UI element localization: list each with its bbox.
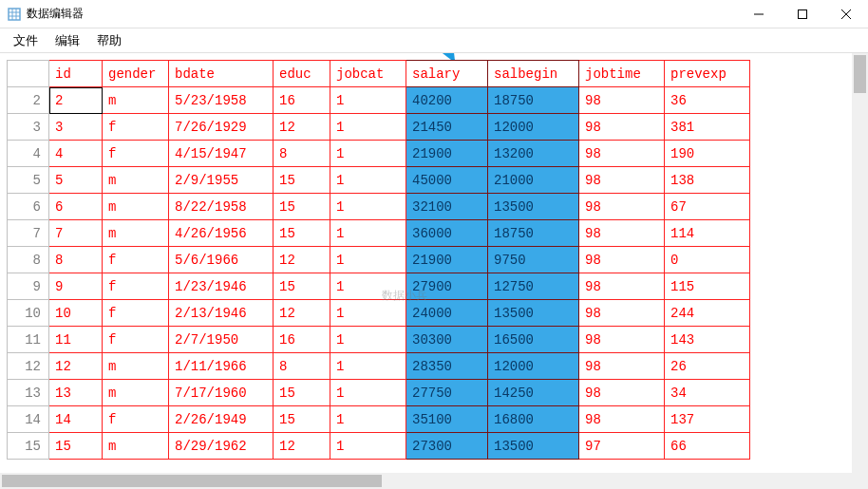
cell-bdate[interactable]: 5/6/1966 — [169, 247, 274, 273]
cell-educ[interactable]: 15 — [274, 406, 330, 433]
cell-id[interactable]: 9 — [49, 273, 103, 300]
cell-jobcat[interactable]: 1 — [330, 380, 406, 406]
cell-jobtime[interactable]: 98 — [579, 327, 665, 353]
cell-educ[interactable]: 12 — [274, 300, 330, 327]
cell-jobcat[interactable]: 1 — [330, 220, 406, 247]
cell-jobtime[interactable]: 98 — [579, 114, 665, 141]
row-number[interactable]: 8 — [8, 247, 49, 273]
cell-salary[interactable]: 32100 — [406, 194, 488, 220]
row-number[interactable]: 12 — [8, 353, 49, 380]
cell-salary[interactable]: 27300 — [406, 433, 488, 460]
cell-jobtime[interactable]: 98 — [579, 406, 665, 433]
cell-jobcat[interactable]: 1 — [330, 406, 406, 433]
cell-jobtime[interactable]: 98 — [579, 220, 665, 247]
cell-bdate[interactable]: 1/11/1966 — [169, 353, 274, 380]
cell-jobcat[interactable]: 1 — [330, 141, 406, 167]
cell-prevexp[interactable]: 114 — [665, 220, 750, 247]
cell-gender[interactable]: f — [103, 327, 169, 353]
cell-salbegin[interactable]: 9750 — [488, 247, 579, 273]
cell-jobcat[interactable]: 1 — [330, 433, 406, 460]
cell-jobcat[interactable]: 1 — [330, 353, 406, 380]
cell-jobtime[interactable]: 98 — [579, 87, 665, 114]
cell-educ[interactable]: 16 — [274, 327, 330, 353]
menu-file[interactable]: 文件 — [13, 32, 38, 49]
cell-id[interactable]: 12 — [49, 353, 103, 380]
cell-jobtime[interactable]: 98 — [579, 167, 665, 194]
cell-id[interactable]: 3 — [49, 114, 103, 141]
cell-salary[interactable]: 28350 — [406, 353, 488, 380]
cell-salary[interactable]: 27750 — [406, 380, 488, 406]
cell-educ[interactable]: 12 — [274, 114, 330, 141]
cell-gender[interactable]: f — [103, 406, 169, 433]
column-header-id[interactable]: id — [49, 61, 103, 87]
cell-jobtime[interactable]: 98 — [579, 380, 665, 406]
cell-salary[interactable]: 36000 — [406, 220, 488, 247]
cell-prevexp[interactable]: 0 — [665, 247, 750, 273]
maximize-button[interactable] — [781, 0, 824, 28]
column-header-jobcat[interactable]: jobcat — [330, 61, 406, 87]
cell-bdate[interactable]: 7/26/1929 — [169, 114, 274, 141]
cell-salary[interactable]: 35100 — [406, 406, 488, 433]
cell-bdate[interactable]: 2/13/1946 — [169, 300, 274, 327]
cell-prevexp[interactable]: 34 — [665, 380, 750, 406]
cell-prevexp[interactable]: 381 — [665, 114, 750, 141]
cell-gender[interactable]: m — [103, 220, 169, 247]
cell-prevexp[interactable]: 115 — [665, 273, 750, 300]
cell-jobcat[interactable]: 1 — [330, 167, 406, 194]
cell-jobtime[interactable]: 98 — [579, 300, 665, 327]
cell-gender[interactable]: f — [103, 273, 169, 300]
cell-prevexp[interactable]: 244 — [665, 300, 750, 327]
menu-edit[interactable]: 编辑 — [55, 32, 80, 49]
row-number[interactable]: 14 — [8, 406, 49, 433]
cell-jobcat[interactable]: 1 — [330, 194, 406, 220]
cell-salary[interactable]: 24000 — [406, 300, 488, 327]
cell-bdate[interactable]: 2/26/1949 — [169, 406, 274, 433]
cell-gender[interactable]: f — [103, 247, 169, 273]
cell-gender[interactable]: m — [103, 167, 169, 194]
cell-prevexp[interactable]: 66 — [665, 433, 750, 460]
cell-id[interactable]: 7 — [49, 220, 103, 247]
cell-salary[interactable]: 21900 — [406, 247, 488, 273]
cell-educ[interactable]: 12 — [274, 247, 330, 273]
cell-bdate[interactable]: 8/29/1962 — [169, 433, 274, 460]
cell-bdate[interactable]: 4/15/1947 — [169, 141, 274, 167]
column-header-educ[interactable]: educ — [274, 61, 330, 87]
row-number[interactable]: 7 — [8, 220, 49, 247]
cell-salbegin[interactable]: 13500 — [488, 433, 579, 460]
row-number[interactable]: 11 — [8, 327, 49, 353]
cell-prevexp[interactable]: 190 — [665, 141, 750, 167]
row-number[interactable]: 3 — [8, 114, 49, 141]
row-number[interactable]: 2 — [8, 87, 49, 114]
cell-gender[interactable]: m — [103, 380, 169, 406]
cell-salbegin[interactable]: 12000 — [488, 114, 579, 141]
cell-salbegin[interactable]: 13500 — [488, 300, 579, 327]
column-header-gender[interactable]: gender — [103, 61, 169, 87]
cell-salbegin[interactable]: 14250 — [488, 380, 579, 406]
row-number[interactable]: 10 — [8, 300, 49, 327]
cell-salary[interactable]: 21900 — [406, 141, 488, 167]
cell-salary[interactable]: 30300 — [406, 327, 488, 353]
cell-educ[interactable]: 16 — [274, 87, 330, 114]
cell-prevexp[interactable]: 26 — [665, 353, 750, 380]
cell-educ[interactable]: 8 — [274, 353, 330, 380]
cell-salbegin[interactable]: 18750 — [488, 87, 579, 114]
cell-salbegin[interactable]: 16500 — [488, 327, 579, 353]
row-number[interactable]: 15 — [8, 433, 49, 460]
column-header-jobtime[interactable]: jobtime — [579, 61, 665, 87]
cell-prevexp[interactable]: 36 — [665, 87, 750, 114]
cell-jobcat[interactable]: 1 — [330, 114, 406, 141]
cell-bdate[interactable]: 5/23/1958 — [169, 87, 274, 114]
cell-id[interactable]: 4 — [49, 141, 103, 167]
cell-id[interactable]: 13 — [49, 380, 103, 406]
cell-id[interactable]: 10 — [49, 300, 103, 327]
cell-bdate[interactable]: 2/7/1950 — [169, 327, 274, 353]
cell-salbegin[interactable]: 16800 — [488, 406, 579, 433]
column-header-salary[interactable]: salary — [406, 61, 488, 87]
cell-jobcat[interactable]: 1 — [330, 247, 406, 273]
cell-id[interactable]: 8 — [49, 247, 103, 273]
cell-jobtime[interactable]: 98 — [579, 273, 665, 300]
cell-jobcat[interactable]: 1 — [330, 300, 406, 327]
cell-salary[interactable]: 45000 — [406, 167, 488, 194]
cell-salbegin[interactable]: 18750 — [488, 220, 579, 247]
cell-prevexp[interactable]: 137 — [665, 406, 750, 433]
